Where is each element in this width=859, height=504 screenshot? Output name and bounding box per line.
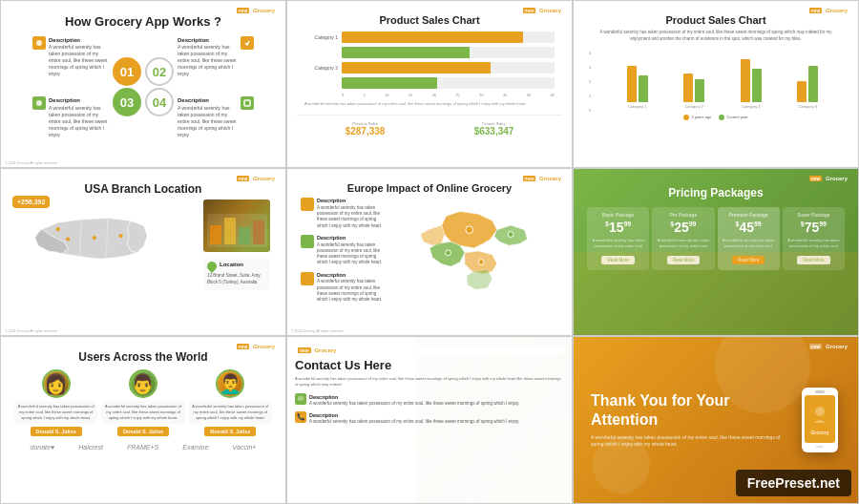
slide-thank-you: new Grocery Thank You for Your Attention…: [573, 336, 859, 504]
col-bars-3: [741, 59, 762, 102]
phone-home-button: [816, 446, 824, 448]
contact-item-2: 📞 Description A wonderful serenity has t…: [295, 411, 564, 426]
slide-how-it-works: new Grocery How Grocery App Works ? Desc…: [0, 0, 286, 168]
col-label-2: Category 2: [684, 104, 703, 109]
right-descriptions: Description A wonderful serenity has tak…: [178, 36, 254, 138]
bar-track-1b: [342, 47, 555, 58]
brand-tag: new Grocery: [234, 7, 278, 14]
desc-block-1: Description A wonderful serenity has tak…: [301, 198, 387, 229]
svg-point-6: [93, 236, 96, 240]
pkg-btn-4[interactable]: Read More: [797, 256, 829, 264]
bar-chart: Category 1 Category 2 051015202530354045: [297, 32, 562, 97]
bar-fill-orange-1: [342, 32, 523, 43]
location-title: Location: [220, 261, 243, 269]
new-badge: new: [298, 347, 311, 353]
svg-point-28: [815, 407, 825, 416]
col-bar-green-4: [808, 66, 818, 102]
contact-icon-2: 📞: [295, 411, 306, 423]
user-name-1: Donald S. Jaliss: [31, 427, 82, 436]
thank-you-text: Thank You for Your Attention A wonderful…: [583, 382, 791, 457]
col-label-4: Category 4: [798, 104, 817, 109]
brand-item-2: Halcrest: [78, 444, 103, 451]
bar-track-2b: [342, 77, 555, 89]
svg-rect-2: [244, 100, 250, 106]
desc-icon-3: [301, 272, 314, 285]
svg-point-12: [508, 232, 513, 238]
pkg-btn-3[interactable]: Read More: [732, 256, 765, 264]
col-bars-4: [797, 66, 818, 102]
pkg-name-1: Basic Package: [590, 212, 646, 218]
slide-title: Contact Us Here: [295, 358, 564, 372]
avatar-img-2: 👨: [131, 371, 156, 396]
brand-tag: new Grocery: [807, 7, 850, 14]
circle-02: 02: [145, 57, 174, 86]
desc-item-3: Description A wonderful serenity has tak…: [32, 96, 109, 137]
brand-name: Grocery: [253, 8, 275, 13]
brand-name: Grocery: [539, 176, 561, 181]
brand-tag: new Grocery: [520, 7, 564, 14]
col-group-1: Category 1: [627, 66, 648, 109]
col-bar-orange-3: [741, 59, 750, 102]
slide-title: Europe Impact of Online Grocery: [297, 182, 562, 194]
slide-title: How Grocery App Works ?: [10, 14, 276, 29]
col-bar-orange-4: [797, 81, 807, 102]
svg-point-0: [36, 40, 42, 46]
slide-desc: A wonderful serenity has taken possessio…: [591, 434, 784, 449]
avatar-img-3: 👨‍🦱: [218, 371, 242, 396]
brand-name: Grocery: [253, 344, 275, 349]
location-address: 13 Brand Street, Suite, Anty, Block 5 (T…: [207, 273, 261, 284]
slide-title: Users Across the World: [10, 350, 276, 364]
contact-left: new Grocery Contact Us Here A wonderful …: [287, 337, 572, 503]
phone-shape: Grocery: [802, 388, 838, 452]
circle-01: 01: [113, 57, 141, 86]
slide-product-sales-column: new Grocery Product Sales Chart A wonder…: [573, 0, 859, 168]
desc-text-2: Description A wonderful serenity has tak…: [317, 235, 387, 266]
slide-europe-impact: new Grocery Europe Impact of Online Groc…: [286, 168, 573, 336]
users-row: 👩 A wonderful serenity has taken possess…: [10, 369, 276, 436]
slide-users: new Grocery Users Across the World 👩 A w…: [0, 336, 286, 504]
left-descriptions: Description A wonderful serenity has tak…: [32, 36, 109, 138]
brand-name: Grocery: [314, 347, 336, 353]
side-info: Location 13 Brand Street, Suite, Anty, B…: [203, 200, 270, 290]
svg-point-5: [66, 238, 70, 242]
chart-legend: 2 years ago Current year: [583, 115, 849, 120]
legend-dot-orange: [683, 115, 689, 120]
user-avatar-3: 👨‍🦱: [216, 369, 244, 398]
user-name-2: Donald S. Jaliss: [117, 427, 169, 436]
user-card-3: 👨‍🦱 A wonderful serenity has taken posse…: [189, 369, 272, 436]
bar-label-2: Category 2: [304, 65, 338, 71]
stat-value-2: $633,347: [474, 126, 514, 136]
contact-desc: A wonderful serenity has taken possessio…: [295, 376, 564, 388]
usa-map-container: +256,392: [16, 200, 198, 289]
col-bar-orange-2: [683, 74, 693, 102]
col-label-3: Category 3: [742, 104, 761, 109]
stat-box-1: Previous Sales $287,338: [346, 121, 386, 136]
new-badge: new: [523, 8, 536, 13]
slide-usa-location: new Grocery USA Branch Location +256,392: [0, 168, 286, 336]
desc-text-3: Description A wonderful serenity has tak…: [49, 96, 109, 137]
chart-axis: 051015202530354045: [304, 93, 555, 97]
slide-title: USA Branch Location: [10, 182, 276, 196]
contact-text-1: Description A wonderful serenity has tak…: [309, 393, 519, 408]
brand-tag: new Grocery: [295, 346, 564, 354]
user-card-2: 👨 A wonderful serenity has taken possess…: [101, 369, 184, 436]
slide-product-sales-bar: new Grocery Product Sales Chart Category…: [286, 0, 573, 168]
desc-icon-2: [301, 235, 314, 248]
column-chart-container: 0 1 2 3 4 Category 1 Category 2: [583, 47, 849, 113]
legend-label-1: 2 years ago: [691, 115, 711, 119]
copyright: © 2024 Grocery. All rights reserved.: [5, 329, 57, 333]
phone-brand: Grocery: [810, 430, 828, 435]
desc-block-2: Description A wonderful serenity has tak…: [301, 235, 387, 266]
user-quote-1: A wonderful serenity has taken possessio…: [14, 401, 97, 424]
brand-item-4: Examine: [182, 444, 208, 451]
pkg-btn-2[interactable]: Read More: [667, 256, 700, 264]
bar-fill-green-2: [342, 77, 437, 89]
col-bars-2: [683, 74, 704, 102]
bar-fill-orange-2: [342, 62, 491, 74]
stat-box-2: Current Sales $633,347: [474, 121, 514, 136]
pkg-btn-1[interactable]: Read More: [601, 256, 634, 264]
bar-row-1b: [304, 47, 555, 58]
new-badge: new: [523, 176, 536, 181]
location-card: Location 13 Brand Street, Suite, Anty, B…: [203, 257, 270, 290]
desc-icon-1: [32, 36, 46, 50]
